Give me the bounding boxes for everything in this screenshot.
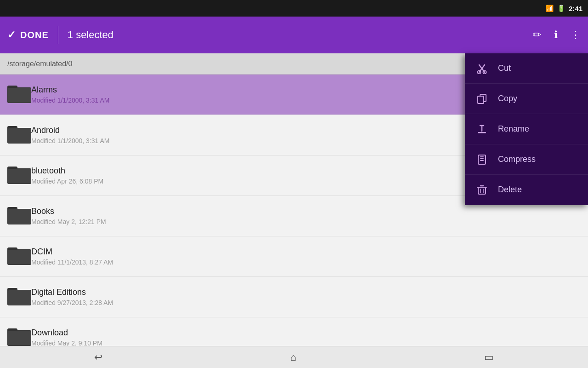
folder-icon bbox=[7, 327, 31, 346]
done-button[interactable]: ✓ DONE bbox=[7, 29, 49, 41]
svg-rect-26 bbox=[478, 96, 484, 104]
file-modified: Modified May 2, 9:10 PM bbox=[31, 339, 102, 346]
menu-item-compress[interactable]: Compress bbox=[465, 144, 588, 175]
file-item[interactable]: Digital Editions Modified 9/27/2013, 2:2… bbox=[0, 277, 588, 317]
delete-icon bbox=[474, 182, 490, 198]
selected-count-text: 1 selected bbox=[68, 29, 533, 41]
current-path: /storage/emulated/0 bbox=[7, 60, 72, 68]
svg-rect-8 bbox=[8, 169, 31, 184]
context-menu: Cut Copy Rename Compress Delete bbox=[465, 53, 588, 205]
file-info: Download Modified May 2, 9:10 PM bbox=[31, 328, 102, 346]
copy-icon bbox=[474, 91, 490, 107]
menu-item-cut[interactable]: Cut bbox=[465, 53, 588, 84]
file-item[interactable]: DCIM Modified 11/1/2013, 8:27 AM bbox=[0, 236, 588, 277]
file-name: Alarms bbox=[31, 85, 109, 95]
home-button[interactable]: ⌂ bbox=[279, 348, 307, 367]
action-bar: ✓ DONE 1 selected ✏ ℹ ⋮ bbox=[0, 17, 588, 53]
svg-rect-28 bbox=[478, 132, 486, 133]
svg-rect-5 bbox=[8, 128, 31, 143]
file-info: Books Modified May 2, 12:21 PM bbox=[31, 207, 106, 225]
menu-item-delete[interactable]: Delete bbox=[465, 175, 588, 205]
rename-icon bbox=[474, 121, 490, 137]
folder-icon bbox=[7, 84, 31, 106]
file-info: bluetooth Modified Apr 26, 6:08 PM bbox=[31, 166, 103, 185]
file-name: Download bbox=[31, 328, 102, 338]
file-modified: Modified 1/1/2000, 3:31 AM bbox=[31, 137, 109, 144]
file-info: DCIM Modified 11/1/2013, 8:27 AM bbox=[31, 247, 113, 266]
menu-item-label-copy: Copy bbox=[498, 94, 517, 104]
file-modified: Modified Apr 26, 6:08 PM bbox=[31, 178, 103, 185]
menu-item-copy[interactable]: Copy bbox=[465, 84, 588, 114]
folder-icon bbox=[7, 124, 31, 146]
file-modified: Modified May 2, 12:21 PM bbox=[31, 218, 106, 225]
file-name: Android bbox=[31, 126, 109, 135]
folder-icon bbox=[7, 286, 31, 308]
file-info: Android Modified 1/1/2000, 3:31 AM bbox=[31, 126, 109, 144]
action-bar-right-icons: ✏ ℹ ⋮ bbox=[533, 29, 581, 41]
svg-rect-20 bbox=[8, 331, 31, 345]
file-modified: Modified 9/27/2013, 2:28 AM bbox=[31, 299, 113, 306]
recents-button[interactable]: ▭ bbox=[473, 348, 505, 367]
folder-icon bbox=[7, 246, 31, 268]
folder-icon bbox=[7, 205, 31, 227]
menu-item-label-delete: Delete bbox=[498, 185, 522, 195]
file-name: Books bbox=[31, 207, 106, 216]
svg-rect-11 bbox=[8, 209, 31, 224]
menu-item-rename[interactable]: Rename bbox=[465, 114, 588, 144]
more-options-icon[interactable]: ⋮ bbox=[571, 29, 581, 41]
done-check-icon: ✓ bbox=[7, 29, 16, 41]
compress-icon bbox=[474, 152, 490, 167]
status-icons: 📶 🔋 2:41 bbox=[546, 5, 582, 12]
wifi-icon: 📶 bbox=[546, 5, 554, 12]
bottom-nav: ↩ ⌂ ▭ bbox=[0, 346, 588, 368]
rename-icon[interactable]: ✏ bbox=[533, 29, 541, 41]
file-item[interactable]: Download Modified May 2, 9:10 PM bbox=[0, 317, 588, 346]
status-bar: 📶 🔋 2:41 bbox=[0, 0, 588, 17]
back-button[interactable]: ↩ bbox=[83, 348, 113, 367]
file-info: Digital Editions Modified 9/27/2013, 2:2… bbox=[31, 288, 113, 306]
battery-icon: 🔋 bbox=[557, 5, 565, 12]
file-info: Alarms Modified 1/1/2000, 3:31 AM bbox=[31, 85, 109, 104]
cut-icon bbox=[474, 61, 490, 76]
menu-item-label-compress: Compress bbox=[498, 155, 536, 164]
file-name: Digital Editions bbox=[31, 288, 113, 297]
svg-rect-17 bbox=[8, 290, 31, 305]
svg-rect-2 bbox=[8, 88, 31, 103]
done-label: DONE bbox=[20, 30, 49, 40]
status-time: 2:41 bbox=[569, 5, 582, 12]
file-modified: Modified 1/1/2000, 3:31 AM bbox=[31, 97, 109, 104]
svg-rect-14 bbox=[8, 250, 31, 264]
file-modified: Modified 11/1/2013, 8:27 AM bbox=[31, 259, 113, 266]
file-name: DCIM bbox=[31, 247, 113, 257]
menu-item-label-rename: Rename bbox=[498, 124, 529, 134]
info-icon[interactable]: ℹ bbox=[554, 29, 558, 41]
menu-item-label-cut: Cut bbox=[498, 63, 511, 73]
folder-icon bbox=[7, 165, 31, 187]
svg-rect-35 bbox=[478, 187, 486, 194]
action-bar-divider bbox=[58, 26, 58, 44]
file-name: bluetooth bbox=[31, 166, 103, 176]
